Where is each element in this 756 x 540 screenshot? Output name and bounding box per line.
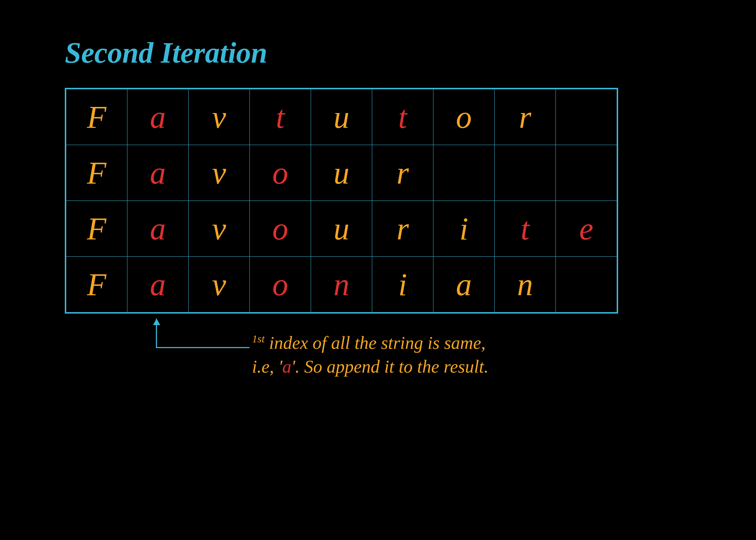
annotation-area: 1st index of all the string is same, i.e… (65, 319, 720, 391)
table-cell-r2-c7: t (495, 201, 556, 257)
table-cell-r3-c2: v (189, 257, 250, 312)
table-cell-r3-c8 (556, 257, 617, 312)
table-cell-r3-c0: F (66, 257, 127, 312)
table-cell-r2-c5: r (372, 201, 433, 257)
table-cell-r3-c6: a (433, 257, 495, 312)
table-cell-r1-c7 (495, 145, 556, 201)
arrow-vertical-line (156, 319, 157, 347)
iteration-table-wrapper: FavtutorFavourFavouriteFavonian (65, 88, 618, 314)
table-cell-r1-c3: o (250, 145, 311, 201)
table-cell-r1-c1: a (127, 145, 189, 201)
table-cell-r1-c0: F (66, 145, 127, 201)
table-cell-r0-c8 (556, 89, 617, 145)
table-cell-r3-c3: o (250, 257, 311, 312)
table-cell-r0-c7: r (495, 89, 556, 145)
table-cell-r2-c4: u (311, 201, 372, 257)
table-cell-r0-c5: t (372, 89, 433, 145)
annotation-line1: 1st index of all the string is same, (252, 332, 489, 353)
annotation-line2: i.e, 'a'. So append it to the result. (252, 356, 489, 377)
table-cell-r2-c3: o (250, 201, 311, 257)
main-container: Second Iteration FavtutorFavourFavourite… (36, 36, 720, 504)
table-cell-r1-c5: r (372, 145, 433, 201)
table-cell-r0-c4: u (311, 89, 372, 145)
iteration-table: FavtutorFavourFavouriteFavonian (66, 89, 617, 312)
table-cell-r2-c1: a (127, 201, 189, 257)
annotation-text: 1st index of all the string is same, i.e… (252, 332, 489, 377)
table-cell-r1-c2: v (189, 145, 250, 201)
table-cell-r2-c8: e (556, 201, 617, 257)
table-cell-r0-c2: v (189, 89, 250, 145)
table-cell-r1-c8 (556, 145, 617, 201)
table-cell-r1-c6 (433, 145, 495, 201)
table-cell-r2-c6: i (433, 201, 495, 257)
table-cell-r3-c7: n (495, 257, 556, 312)
table-cell-r3-c1: a (127, 257, 189, 312)
table-cell-r0-c1: a (127, 89, 189, 145)
table-cell-r0-c6: o (433, 89, 495, 145)
page-title: Second Iteration (65, 36, 720, 70)
arrow-horizontal-line (156, 347, 249, 348)
table-cell-r0-c3: t (250, 89, 311, 145)
table-cell-r2-c2: v (189, 201, 250, 257)
table-cell-r3-c5: i (372, 257, 433, 312)
highlight-char: a (282, 356, 291, 377)
table-cell-r0-c0: F (66, 89, 127, 145)
table-cell-r1-c4: u (311, 145, 372, 201)
table-cell-r2-c0: F (66, 201, 127, 257)
table-cell-r3-c4: n (311, 257, 372, 312)
